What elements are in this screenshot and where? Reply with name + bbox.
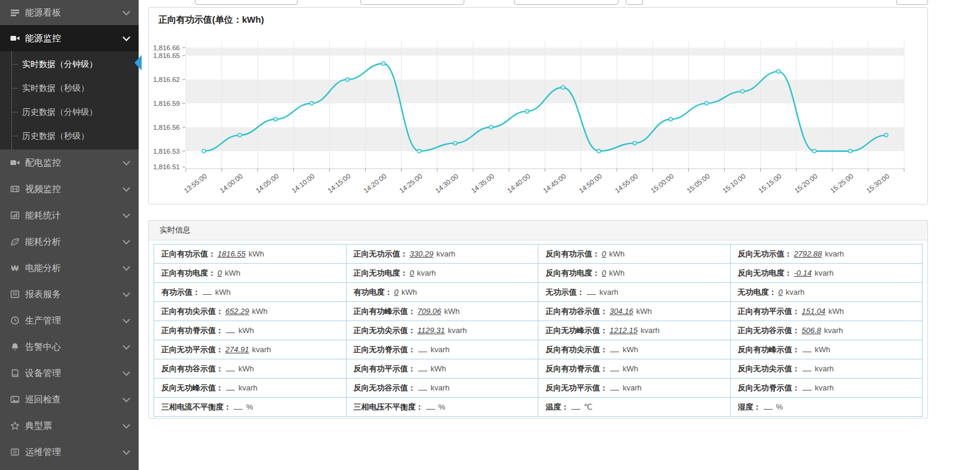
- table-row: 正向有功电度：0kWh正向无功电度：0kvarh反向有功电度：0kWh反向无功电…: [154, 264, 923, 283]
- sidebar-item[interactable]: 典型票: [0, 413, 139, 439]
- sidebar-subitem[interactable]: 实时数据（分钟级）: [0, 52, 139, 76]
- cell-value: 0: [394, 288, 399, 297]
- table-cell: 反向无功电度：-0.14kvarh: [730, 264, 923, 283]
- chevron-down-icon: [122, 237, 130, 245]
- cell-unit: kvarh: [825, 249, 844, 258]
- svg-text:1,816.53: 1,816.53: [153, 148, 180, 155]
- cell-unit: kWh: [609, 249, 624, 258]
- sidebar-item-label: 典型票: [25, 420, 52, 432]
- table-cell: 正向有功电度：0kWh: [154, 264, 347, 283]
- svg-text:1,816.56: 1,816.56: [153, 124, 180, 131]
- cell-blank-value: [764, 402, 773, 410]
- cell-unit: kvarh: [431, 383, 450, 392]
- cell-label: 正向有功谷示值：: [546, 307, 608, 316]
- film-icon: [10, 184, 20, 194]
- sidebar-item[interactable]: 视频监控: [0, 176, 139, 202]
- sidebar-item-label: 能源监控: [25, 33, 61, 44]
- cell-label: 正向无功谷示值：: [738, 326, 800, 335]
- sidebar-item[interactable]: 能耗分析: [0, 228, 139, 255]
- table-cell: 无功示值：kvarh: [538, 283, 731, 302]
- sidebar-item-label: 电能分析: [25, 263, 61, 274]
- cell-value: 1212.15: [610, 326, 638, 335]
- sidebar-subitem[interactable]: 历史数据（分钟级）: [0, 100, 139, 124]
- chevron-down-icon: [122, 421, 130, 429]
- top-right-button[interactable]: [896, 0, 928, 5]
- table-cell: 正向有功谷示值：304.16kWh: [538, 302, 731, 321]
- filter-input-3[interactable]: [514, 0, 618, 5]
- cell-label: 有功电度：: [354, 288, 393, 297]
- cell-unit: kWh: [215, 288, 231, 297]
- table-cell: 正向无功谷示值：506.8kvarh: [730, 321, 923, 340]
- cell-unit: kvarh: [814, 268, 834, 277]
- cell-unit: kWh: [249, 249, 264, 258]
- cell-label: 正向无功电度：: [354, 268, 408, 277]
- sidebar-item[interactable]: ₩电能分析: [0, 255, 139, 281]
- sidebar-subitem[interactable]: 实时数据（秒级）: [0, 76, 139, 100]
- sidebar-item[interactable]: 运维管理: [0, 439, 139, 465]
- cell-unit: kvarh: [238, 383, 258, 392]
- table-cell: 反向有功脊示值：kWh: [538, 359, 731, 379]
- cell-unit: kWh: [431, 364, 446, 373]
- sidebar-item[interactable]: 能耗统计: [0, 202, 139, 228]
- cell-label: 湿度：: [738, 402, 761, 411]
- clock-icon: [10, 316, 20, 325]
- chevron-down-icon: [122, 368, 130, 376]
- svg-text:14:45:00: 14:45:00: [542, 172, 568, 194]
- chevron-down-icon: [122, 158, 130, 166]
- svg-text:13:55:00: 13:55:00: [183, 172, 209, 194]
- cell-blank-value: [610, 344, 619, 352]
- table-cell: 反向有功谷示值：kWh: [154, 359, 347, 379]
- cell-label: 正向有功示值：: [161, 249, 216, 258]
- filter-input-1[interactable]: [195, 0, 298, 5]
- table-row: 反向有功谷示值：kWh反向有功平示值：kWh反向有功脊示值：kWh反向无功尖示值…: [154, 359, 923, 379]
- table-cell: 正向有功示值：1816.55kWh: [154, 245, 347, 264]
- sidebar-item[interactable]: 报表服务: [0, 281, 139, 307]
- video-camera-icon: [10, 33, 20, 43]
- cell-label: 正向有功脊示值：: [161, 326, 223, 335]
- book-icon: [10, 368, 20, 378]
- table-row: 三相电流不平衡度：%三相电压不平衡度：%温度：℃湿度：%: [154, 398, 923, 417]
- sidebar-item[interactable]: 告警中心: [0, 334, 139, 360]
- table-cell: 正向有功峰示值：709.06kWh: [346, 302, 538, 321]
- table-cell: 三相电压不平衡度：%: [346, 398, 538, 417]
- cell-value: -0.14: [794, 268, 812, 277]
- cell-label: 有功示值：: [161, 288, 200, 297]
- active-menu-arrow-icon: [134, 55, 142, 71]
- bell-icon: [10, 342, 20, 352]
- table-cell: 有功示值：kWh: [154, 283, 347, 302]
- panel-header: 实时信息: [149, 221, 927, 240]
- svg-text:14:15:00: 14:15:00: [326, 172, 352, 194]
- report-icon: [10, 289, 20, 299]
- leaf-icon: [10, 237, 20, 246]
- chevron-down-icon: [122, 8, 130, 16]
- cell-unit: kvarh: [431, 345, 450, 354]
- cell-label: 反向有功示值：: [546, 249, 600, 258]
- cell-label: 反向无功平示值：: [546, 383, 608, 392]
- cell-unit: kvarh: [824, 326, 843, 335]
- table-cell: 正向无功尖示值：1129.31kvarh: [346, 321, 538, 340]
- cell-unit: kvarh: [448, 326, 467, 335]
- video-camera-icon: [10, 158, 20, 167]
- sidebar-item[interactable]: 配电监控: [0, 149, 139, 176]
- query-button[interactable]: [626, 0, 643, 5]
- cell-blank-value: [803, 344, 811, 352]
- table-cell: 正向有功平示值：151.04kWh: [730, 302, 923, 321]
- sidebar-item[interactable]: 生产管理: [0, 307, 139, 334]
- cell-unit: kvarh: [252, 345, 271, 354]
- sidebar-item[interactable]: 能源看板: [0, 0, 139, 25]
- cell-value: 709.06: [418, 307, 442, 316]
- sidebar-item[interactable]: 巡回检查: [0, 386, 139, 413]
- sidebar-item[interactable]: 设备管理: [0, 360, 139, 386]
- table-row: 反向无功峰示值：kvarh反向无功谷示值：kvarh反向无功平示值：kvarh反…: [154, 379, 923, 398]
- sidebar-item[interactable]: 能源监控: [0, 25, 139, 51]
- table-cell: 正向无功峰示值：1212.15kvarh: [538, 321, 731, 340]
- svg-text:14:50:00: 14:50:00: [578, 172, 604, 194]
- table-cell: 正向无功示值：330.29kvarh: [346, 245, 538, 264]
- cell-label: 反向无功谷示值：: [354, 383, 416, 392]
- sidebar-item-label: 配电监控: [25, 157, 61, 169]
- cell-unit: kWh: [623, 345, 638, 354]
- sidebar-subitem[interactable]: 历史数据（秒级）: [0, 124, 139, 148]
- chevron-down-icon: [122, 33, 130, 41]
- svg-text:14:05:00: 14:05:00: [255, 172, 280, 194]
- filter-input-2[interactable]: [360, 0, 464, 5]
